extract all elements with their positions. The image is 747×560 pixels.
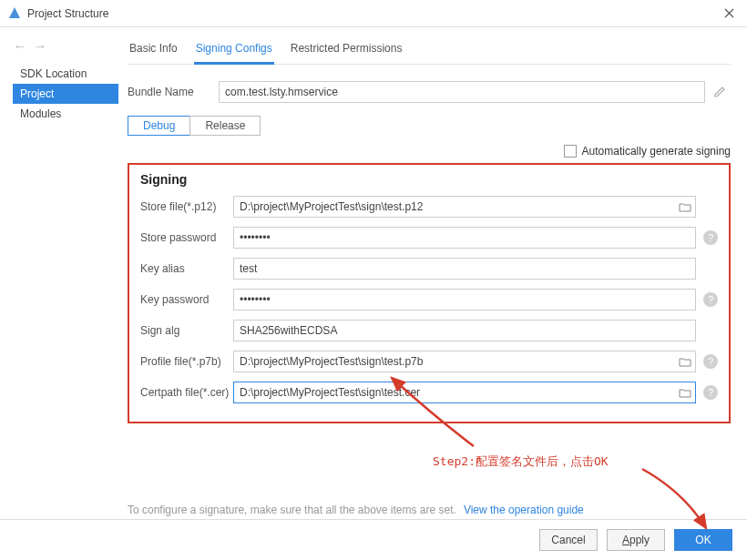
profile-file-browse-icon[interactable] — [677, 353, 693, 370]
profile-file-label: Profile file(*.p7b) — [140, 355, 233, 368]
store-password-help-icon[interactable]: ? — [703, 230, 718, 245]
signing-title: Signing — [140, 172, 718, 187]
button-label: Cancel — [551, 534, 585, 546]
button-label: OK — [695, 534, 711, 546]
store-password-label: Store password — [140, 231, 233, 244]
certpath-file-browse-icon[interactable] — [677, 384, 693, 401]
footer: Cancel Apply OK — [0, 519, 747, 560]
subtab-debug[interactable]: Debug — [128, 116, 189, 136]
sidebar-item-modules[interactable]: Modules — [13, 104, 118, 124]
sign-alg-label: Sign alg — [140, 324, 233, 337]
key-alias-label: Key alias — [140, 262, 233, 275]
help-text: To configure a signature, make sure that… — [128, 504, 456, 516]
profile-file-input[interactable] — [233, 351, 696, 372]
bundle-name-input[interactable] — [219, 81, 705, 103]
tab-basic-info[interactable]: Basic Info — [128, 38, 179, 64]
window-title: Project Structure — [27, 7, 718, 20]
nav-forward-button[interactable]: → — [33, 38, 47, 55]
cancel-button[interactable]: Cancel — [539, 529, 598, 551]
store-file-browse-icon[interactable] — [677, 199, 693, 215]
ok-button[interactable]: OK — [674, 529, 732, 551]
store-file-input[interactable] — [233, 196, 696, 218]
subtab-label: Debug — [143, 119, 175, 132]
auto-generate-label: Automatically generate signing — [582, 145, 731, 158]
sign-alg-input[interactable] — [233, 320, 696, 341]
apply-button[interactable]: Apply — [607, 529, 665, 551]
nav-back-button[interactable]: ← — [13, 38, 27, 55]
bundle-name-label: Bundle Name — [128, 86, 219, 98]
key-password-input[interactable] — [233, 289, 696, 311]
tab-signing-configs[interactable]: Signing Configs — [194, 38, 274, 65]
titlebar: Project Structure — [0, 0, 747, 27]
subtab-label: Release — [205, 119, 245, 132]
key-password-help-icon[interactable]: ? — [703, 292, 718, 307]
edit-bundle-icon[interactable] — [712, 85, 731, 99]
sidebar-item-label: Modules — [20, 107, 61, 120]
tabs: Basic Info Signing Configs Restricted Pe… — [128, 38, 731, 65]
certpath-file-label: Certpath file(*.cer) — [140, 386, 233, 399]
signing-section: Signing Store file(*.p12) Store password… — [128, 163, 731, 423]
tab-label: Basic Info — [129, 42, 178, 55]
auto-generate-checkbox[interactable] — [564, 145, 577, 158]
certpath-file-input[interactable] — [233, 382, 696, 403]
app-logo-icon — [7, 6, 22, 21]
profile-file-help-icon[interactable]: ? — [703, 354, 718, 369]
close-button[interactable] — [718, 3, 740, 25]
content-pane: Basic Info Signing Configs Restricted Pe… — [118, 27, 747, 519]
sidebar: ← → SDK Location Project Modules — [0, 27, 118, 519]
help-link[interactable]: View the operation guide — [464, 504, 584, 516]
sidebar-item-sdk-location[interactable]: SDK Location — [13, 64, 118, 84]
sidebar-item-project[interactable]: Project — [13, 84, 118, 104]
key-alias-input[interactable] — [233, 258, 696, 280]
key-password-label: Key password — [140, 293, 233, 306]
sidebar-item-label: SDK Location — [20, 67, 87, 80]
certpath-file-help-icon[interactable]: ? — [703, 385, 718, 400]
subtab-release[interactable]: Release — [189, 116, 261, 136]
tab-label: Signing Configs — [196, 42, 272, 55]
store-file-label: Store file(*.p12) — [140, 200, 233, 213]
store-password-input[interactable] — [233, 227, 696, 249]
button-label: Apply — [622, 534, 650, 546]
tab-label: Restricted Permissions — [291, 42, 403, 55]
tab-restricted-permissions[interactable]: Restricted Permissions — [289, 38, 404, 64]
sidebar-item-label: Project — [20, 87, 54, 100]
